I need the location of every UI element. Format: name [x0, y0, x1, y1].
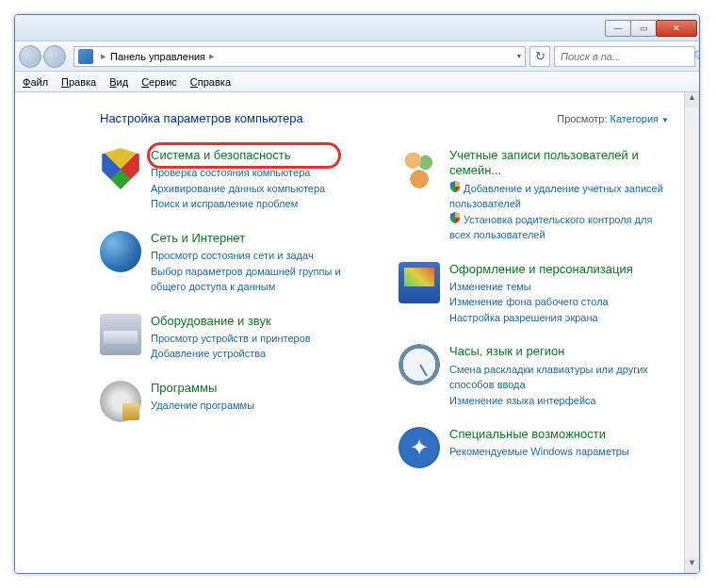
search-box[interactable]: 🔍: [554, 46, 695, 67]
category-link[interactable]: Настройка разрешения экрана: [449, 310, 669, 326]
category-link[interactable]: Установка родительского контроля для все…: [449, 212, 669, 243]
category-title-appearance[interactable]: Оформление и персонализация: [449, 262, 669, 277]
menubar: Файл Правка Вид Сервис Справка: [15, 72, 699, 92]
category-title-network-internet[interactable]: Сеть и Интернет: [151, 231, 370, 246]
menu-file[interactable]: Файл: [23, 76, 48, 88]
category-title-clock-region[interactable]: Часы, язык и регион: [449, 344, 669, 359]
category-title-hardware-sound[interactable]: Оборудование и звук: [151, 314, 370, 329]
ease-access-icon: [399, 427, 440, 468]
category-title-user-accounts[interactable]: Учетные записи пользователей и семейн...: [449, 148, 669, 179]
category-column-right: Учетные записи пользователей и семейн...…: [399, 148, 669, 487]
category-title-ease-access[interactable]: Специальные возможности: [449, 427, 669, 442]
category-hardware-sound: Оборудование и звукПросмотр устройств и …: [100, 314, 370, 362]
close-button[interactable]: ✕: [656, 20, 697, 37]
uac-shield-icon: [449, 181, 461, 192]
category-link[interactable]: Архивирование данных компьютера: [151, 181, 370, 197]
category-user-accounts: Учетные записи пользователей и семейн...…: [399, 148, 669, 243]
category-link[interactable]: Рекомендуемые Windows параметры: [449, 444, 669, 460]
control-panel-icon: [78, 49, 93, 64]
titlebar: — ▭ ✕: [15, 15, 699, 41]
address-bar[interactable]: ▸ Панель управления ▸ ▾: [73, 46, 526, 67]
category-link[interactable]: Добавление и удаление учетных записей по…: [449, 181, 669, 212]
hardware-sound-icon: [100, 314, 141, 355]
category-ease-access: Специальные возможностиРекомендуемые Win…: [399, 427, 669, 468]
category-link[interactable]: Изменение фона рабочего стола: [449, 294, 669, 310]
category-system-security: Система и безопасностьПроверка состояния…: [100, 148, 370, 212]
address-dropdown-icon[interactable]: ▾: [517, 52, 521, 60]
category-network-internet: Сеть и ИнтернетПросмотр состояния сети и…: [100, 231, 370, 295]
menu-help[interactable]: Справка: [190, 76, 231, 88]
vertical-scrollbar[interactable]: ▲ ▼: [684, 92, 699, 573]
category-link[interactable]: Проверка состояния компьютера: [151, 165, 370, 181]
category-appearance: Оформление и персонализацияИзменение тем…: [399, 262, 669, 326]
search-input[interactable]: [559, 50, 693, 63]
control-panel-window: — ▭ ✕ ▸ Панель управления ▸ ▾ ↻ 🔍 Файл П…: [14, 14, 700, 574]
forward-button[interactable]: [43, 45, 66, 68]
page-title: Настройка параметров компьютера: [100, 111, 303, 125]
back-button[interactable]: [19, 45, 41, 68]
user-accounts-icon: [399, 148, 440, 189]
category-link[interactable]: Просмотр состояния сети и задач: [151, 248, 370, 264]
minimize-button[interactable]: —: [605, 20, 631, 37]
navbar: ▸ Панель управления ▸ ▾ ↻ 🔍: [15, 41, 699, 72]
category-link[interactable]: Поиск и исправление проблем: [151, 196, 370, 212]
category-title-programs[interactable]: Программы: [151, 381, 370, 396]
category-programs: ПрограммыУдаление программы: [100, 381, 370, 422]
content-area: Настройка параметров компьютера Просмотр…: [15, 92, 684, 573]
breadcrumb-root[interactable]: Панель управления: [110, 51, 205, 62]
category-link[interactable]: Добавление устройства: [151, 346, 370, 362]
menu-tools[interactable]: Сервис: [141, 76, 177, 88]
category-link[interactable]: Просмотр устройств и принтеров: [151, 331, 370, 347]
scroll-down-icon[interactable]: ▼: [685, 558, 699, 573]
category-title-system-security[interactable]: Система и безопасность: [151, 148, 370, 163]
programs-icon: [100, 381, 141, 422]
scroll-up-icon[interactable]: ▲: [685, 92, 699, 107]
appearance-icon: [399, 262, 440, 303]
maximize-button[interactable]: ▭: [630, 20, 657, 37]
search-icon[interactable]: 🔍: [693, 50, 700, 63]
category-link[interactable]: Выбор параметров домашней группы и общег…: [151, 264, 370, 295]
view-by-label: Просмотр:: [557, 113, 607, 124]
category-clock-region: Часы, язык и регионСмена раскладки клави…: [399, 344, 669, 408]
category-column-left: Система и безопасностьПроверка состояния…: [100, 148, 370, 487]
breadcrumb-sep-icon: ▸: [209, 50, 215, 62]
view-by: Просмотр: Категория ▼: [557, 113, 669, 124]
refresh-button[interactable]: ↻: [529, 46, 550, 67]
breadcrumb-sep-icon: ▸: [101, 50, 106, 62]
uac-shield-icon: [449, 212, 461, 223]
clock-region-icon: [399, 344, 440, 385]
chevron-down-icon[interactable]: ▼: [661, 116, 669, 124]
category-link[interactable]: Изменение языка интерфейса: [449, 393, 669, 409]
category-link[interactable]: Удаление программы: [151, 398, 370, 414]
system-security-icon: [100, 148, 141, 189]
menu-edit[interactable]: Правка: [61, 76, 96, 88]
network-internet-icon: [100, 231, 141, 272]
menu-view[interactable]: Вид: [109, 76, 128, 88]
view-by-value[interactable]: Категория: [610, 113, 659, 124]
category-link[interactable]: Смена раскладки клавиатуры или других сп…: [449, 362, 669, 393]
category-link[interactable]: Изменение темы: [449, 279, 669, 295]
